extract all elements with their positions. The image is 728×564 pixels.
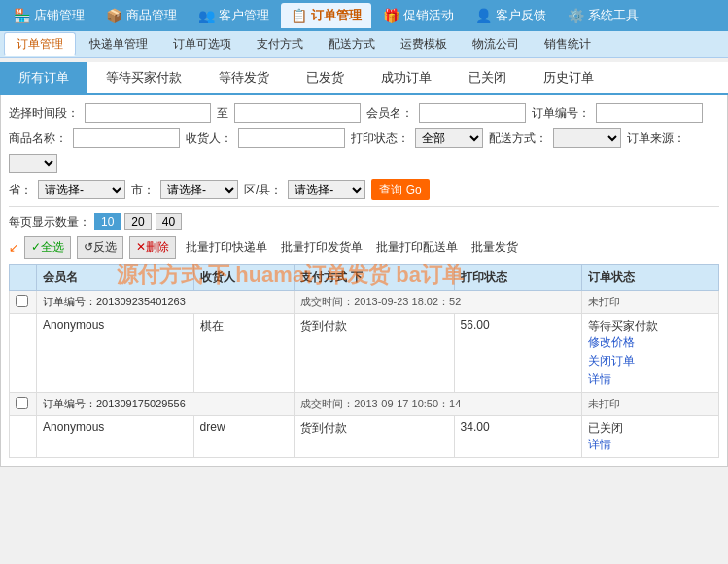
subnav-order-select[interactable]: 订单可选项 xyxy=(161,33,243,55)
source-label: 订单来源： xyxy=(627,130,685,147)
nav-goods-label: 商品管理 xyxy=(126,7,177,24)
order2-receiver: drew xyxy=(200,420,225,434)
order2-time-cell: 成交时间：2013-09-17 10:50：14 xyxy=(295,393,582,416)
print-status-select[interactable]: 全部 已打印 未打印 xyxy=(415,128,483,148)
nav-order-label: 订单管理 xyxy=(311,7,362,24)
delivery-select[interactable] xyxy=(553,128,621,148)
col-check xyxy=(10,265,37,291)
order1-num: 订单编号：201309235401263 xyxy=(43,296,186,307)
member-input[interactable] xyxy=(419,103,526,123)
filter-row-2: 商品名称： 收货人： 打印状态： 全部 已打印 未打印 配送方式： 订单来源： xyxy=(9,128,719,173)
order1-print-status: 未打印 xyxy=(588,296,620,307)
nav-goods[interactable]: 📦 商品管理 xyxy=(96,3,187,28)
delivery-label: 配送方式： xyxy=(489,130,547,147)
subnav-stats[interactable]: 销售统计 xyxy=(533,33,603,55)
content-area: 选择时间段： 至 会员名： 订单编号： 商品名称： 收货人： 打印状态： 全部 … xyxy=(0,95,728,467)
time-start-input[interactable] xyxy=(85,103,211,123)
province-select[interactable]: 请选择- xyxy=(38,180,125,199)
per-page-40[interactable]: 40 xyxy=(156,213,182,230)
district-label: 区/县： xyxy=(244,182,282,198)
order2-price-cell: 34.00 xyxy=(454,416,581,458)
tools-icon: ⚙️ xyxy=(568,8,584,23)
order2-check-cell xyxy=(10,393,37,416)
order2-print-status-header: 未打印 xyxy=(581,393,718,416)
query-button[interactable]: 查询 Go xyxy=(371,179,429,200)
col-payment: 支付方式 下 xyxy=(295,265,454,291)
order1-actions: 修改价格 关闭订单 详情 xyxy=(588,335,712,388)
source-select[interactable] xyxy=(9,154,57,173)
col-status: 订单状态 xyxy=(581,265,718,291)
order1-print-status-header: 未打印 xyxy=(581,291,718,314)
batch-print-ship-link[interactable]: 批量打印发货单 xyxy=(277,237,366,258)
per-page-10[interactable]: 10 xyxy=(94,213,121,230)
nav-store-label: 店铺管理 xyxy=(34,7,85,24)
promo-icon: 🎁 xyxy=(383,8,399,23)
order2-num: 订单编号：201309175029556 xyxy=(43,398,186,409)
order2-pay-cell: 货到付款 xyxy=(295,416,454,458)
action-toolbar: ↙ ✓全选 ↺反选 ✕删除 批量打印快递单 批量打印发货单 批量打印配送单 批量… xyxy=(9,236,719,259)
divider-1 xyxy=(9,206,719,207)
nav-feedback[interactable]: 👤 客户反馈 xyxy=(466,3,556,28)
subnav-logistics[interactable]: 物流公司 xyxy=(461,33,531,55)
nav-promo[interactable]: 🎁 促销活动 xyxy=(373,3,464,28)
filter-row-1: 选择时间段： 至 会员名： 订单编号： xyxy=(9,103,719,123)
col-member: 会员名 xyxy=(37,265,194,291)
receiver-input[interactable] xyxy=(238,128,345,148)
tab-pending-ship[interactable]: 等待发货 xyxy=(200,62,288,93)
table-row: 订单编号：201309175029556 成交时间：2013-09-17 10:… xyxy=(10,393,719,416)
nav-customer-label: 客户管理 xyxy=(219,7,269,24)
subnav-express-mgmt[interactable]: 快递单管理 xyxy=(78,33,159,55)
order1-member-cell: Anonymous xyxy=(37,314,194,393)
tab-pending-payment[interactable]: 等待买家付款 xyxy=(87,62,200,93)
batch-print-express-link[interactable]: 批量打印快递单 xyxy=(182,237,271,258)
order1-action-1[interactable]: 关闭订单 xyxy=(588,353,712,370)
nav-customer[interactable]: 👥 客户管理 xyxy=(189,3,279,28)
order1-checkbox[interactable] xyxy=(16,295,28,307)
order2-checkbox[interactable] xyxy=(16,397,28,409)
tab-all[interactable]: 所有订单 xyxy=(0,62,87,93)
invert-select-label: ↺反选 xyxy=(84,239,117,256)
order2-member-cell: Anonymous xyxy=(37,416,194,458)
print-label: 打印状态： xyxy=(351,130,409,147)
subnav-payment[interactable]: 支付方式 xyxy=(245,33,315,55)
order1-status: 等待买家付款 xyxy=(588,318,712,335)
per-page-20[interactable]: 20 xyxy=(124,213,151,230)
goods-label: 商品名称： xyxy=(9,130,67,147)
nav-store[interactable]: 🏪 店铺管理 xyxy=(4,3,94,28)
nav-order[interactable]: 📋 订单管理 xyxy=(281,3,371,28)
order-num-label: 订单编号： xyxy=(532,105,590,122)
tab-closed[interactable]: 已关闭 xyxy=(450,62,525,93)
order-num-input[interactable] xyxy=(596,103,703,123)
order2-time: 成交时间：2013-09-17 10:50：14 xyxy=(300,398,461,409)
order2-detail-link[interactable]: 详情 xyxy=(588,437,712,453)
order1-detail-link[interactable]: 详情 xyxy=(588,371,712,388)
time-end-input[interactable] xyxy=(234,103,361,123)
city-select[interactable]: 请选择- xyxy=(160,180,238,199)
batch-ship-link[interactable]: 批量发货 xyxy=(468,237,522,258)
order1-num-cell: 订单编号：201309235401263 xyxy=(37,291,295,314)
goods-icon: 📦 xyxy=(106,8,122,23)
province-label: 省： xyxy=(9,182,32,198)
nav-tools[interactable]: ⚙️ 系统工具 xyxy=(558,3,648,28)
delete-btn[interactable]: ✕删除 xyxy=(129,236,176,259)
order1-action-0[interactable]: 修改价格 xyxy=(588,335,712,351)
district-select[interactable]: 请选择- xyxy=(288,180,365,199)
subnav-delivery[interactable]: 配送方式 xyxy=(317,33,387,55)
batch-print-delivery-link[interactable]: 批量打印配送单 xyxy=(372,237,462,258)
goods-input[interactable] xyxy=(73,128,180,148)
subnav-freight[interactable]: 运费模板 xyxy=(389,33,459,55)
order2-pay: 货到付款 xyxy=(300,421,347,435)
sub-nav: 订单管理 快递单管理 订单可选项 支付方式 配送方式 运费模板 物流公司 销售统… xyxy=(0,31,728,58)
subnav-order-mgmt[interactable]: 订单管理 xyxy=(4,32,76,56)
order1-pay: 货到付款 xyxy=(300,319,347,333)
select-all-btn[interactable]: ✓全选 xyxy=(24,236,71,259)
tab-success[interactable]: 成功订单 xyxy=(363,62,450,93)
order2-print-status: 未打印 xyxy=(588,398,620,409)
table-row: 订单编号：201309235401263 成交时间：2013-09-23 18:… xyxy=(10,291,719,314)
invert-select-btn[interactable]: ↺反选 xyxy=(77,236,123,259)
order2-receiver-cell: drew xyxy=(193,416,295,458)
tab-history[interactable]: 历史订单 xyxy=(525,62,612,93)
tab-shipped[interactable]: 已发货 xyxy=(288,62,363,93)
nav-tools-label: 系统工具 xyxy=(588,7,639,24)
per-page-row: 每页显示数量： 10 20 40 xyxy=(9,213,719,230)
